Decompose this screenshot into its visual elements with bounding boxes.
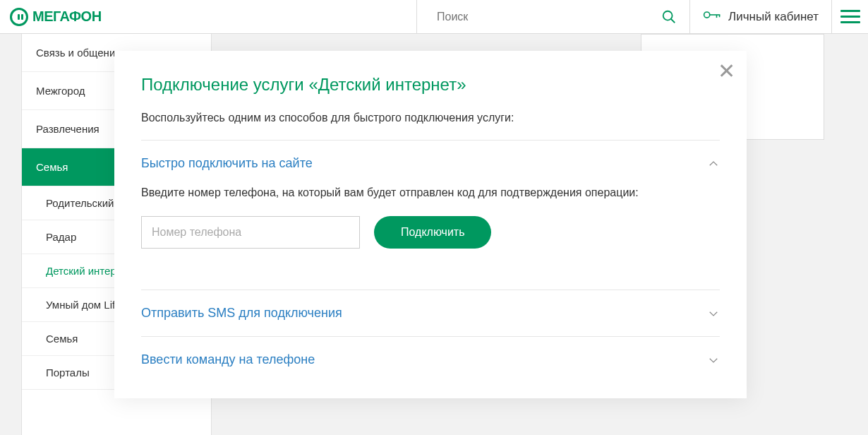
- search-box[interactable]: [416, 0, 689, 33]
- accordion-title: Ввести команду на телефоне: [141, 352, 315, 367]
- hamburger-line-icon: [840, 16, 860, 18]
- svg-point-2: [704, 12, 710, 18]
- logo-icon: [10, 8, 28, 26]
- phone-input[interactable]: [141, 216, 360, 249]
- search-input[interactable]: [437, 11, 661, 23]
- modal-title: Подключение услуги «Детский интернет»: [141, 75, 720, 95]
- phone-hint: Введите номер телефона, на который вам б…: [141, 186, 720, 199]
- header: МЕГАФОН Личный кабинет: [0, 0, 868, 34]
- personal-cabinet-link[interactable]: Личный кабинет: [689, 0, 831, 33]
- accordion-quick-connect[interactable]: Быстро подключить на сайте: [141, 141, 720, 174]
- hamburger-menu[interactable]: [831, 0, 868, 33]
- close-icon[interactable]: ✕: [718, 61, 735, 82]
- hamburger-line-icon: [840, 21, 860, 23]
- connect-service-modal: ✕ Подключение услуги «Детский интернет» …: [114, 51, 747, 398]
- cabinet-label: Личный кабинет: [728, 10, 819, 24]
- accordion-phone-command[interactable]: Ввести команду на телефоне: [141, 336, 720, 367]
- connect-button[interactable]: Подключить: [374, 216, 491, 249]
- search-icon[interactable]: [661, 9, 677, 25]
- accordion-title: Отправить SMS для подключения: [141, 306, 342, 321]
- brand-name: МЕГАФОН: [32, 8, 102, 25]
- chevron-up-icon: [707, 157, 720, 170]
- modal-intro: Воспользуйтесь одним из способов для быс…: [141, 112, 720, 124]
- svg-line-1: [671, 18, 675, 23]
- accordion-body: Введите номер телефона, на который вам б…: [141, 174, 720, 249]
- brand-logo[interactable]: МЕГАФОН: [0, 8, 416, 26]
- accordion-title: Быстро подключить на сайте: [141, 156, 313, 171]
- chevron-down-icon: [707, 307, 720, 320]
- svg-point-0: [663, 11, 673, 20]
- chevron-down-icon: [707, 354, 720, 367]
- key-icon: [703, 8, 721, 25]
- hamburger-line-icon: [840, 10, 860, 12]
- accordion-send-sms[interactable]: Отправить SMS для подключения: [141, 290, 720, 336]
